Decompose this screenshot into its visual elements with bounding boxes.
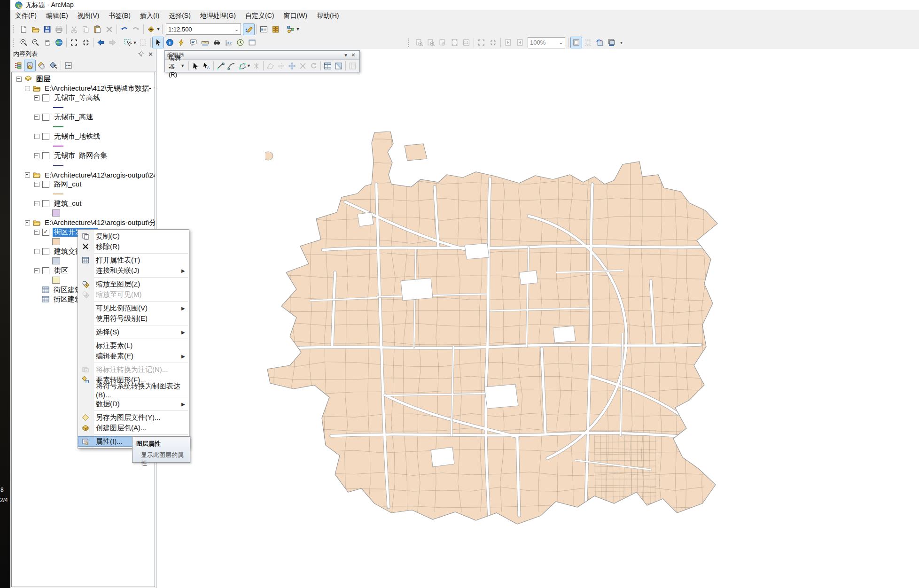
- delete-icon[interactable]: [103, 23, 115, 35]
- cut-icon[interactable]: [68, 23, 80, 35]
- hyperlink-icon[interactable]: [176, 37, 187, 48]
- fixed-zoom-out-icon[interactable]: [80, 37, 92, 48]
- tree-node-layer[interactable]: 无锡市_路网合集: [12, 151, 155, 160]
- tree-node-layer[interactable]: 无锡市_地铁线: [12, 132, 155, 141]
- layout-full-page-icon[interactable]: [449, 37, 460, 48]
- menu-selection[interactable]: 选择(S): [164, 10, 195, 22]
- ctx-convert-labels-to-annotation[interactable]: A 将标注转换为注记(N)...: [78, 364, 189, 375]
- identify-icon[interactable]: [164, 37, 176, 48]
- collapse-icon[interactable]: [25, 172, 30, 178]
- title-bar[interactable]: 无标题 - ArcMap: [10, 0, 919, 10]
- collapse-icon[interactable]: [34, 268, 39, 273]
- menu-customize[interactable]: 自定义(C): [241, 10, 279, 22]
- ctx-save-as-layer-file[interactable]: 另存为图层文件(Y)...: [78, 412, 189, 423]
- refresh-view-icon[interactable]: [594, 37, 606, 48]
- tree-node-group[interactable]: E:\Architecture\412\无锡城市数据- 一点儿打: [12, 84, 155, 93]
- time-slider-icon[interactable]: [234, 37, 246, 48]
- layer-checkbox[interactable]: [42, 200, 49, 207]
- rotate-tool-icon[interactable]: [308, 61, 319, 71]
- clear-selection-icon[interactable]: [137, 37, 149, 48]
- layer-checkbox[interactable]: [42, 114, 49, 121]
- add-data-icon[interactable]: [145, 23, 157, 35]
- tree-node-layer[interactable]: 无锡市_高速: [12, 112, 155, 122]
- sketch-tool-icon[interactable]: [237, 61, 248, 71]
- edit-annotation-tool-icon[interactable]: A: [201, 61, 212, 71]
- fill-symbol[interactable]: [52, 238, 60, 245]
- layout-zoom-combo[interactable]: 100% ⌄: [528, 37, 565, 48]
- menu-help[interactable]: 帮助(H): [312, 10, 343, 22]
- editor-close-icon[interactable]: ✕: [350, 52, 357, 58]
- line-symbol[interactable]: [53, 165, 63, 166]
- layout-forward-icon[interactable]: [514, 37, 526, 48]
- tree-node-layer[interactable]: 建筑_cut: [12, 199, 155, 208]
- save-icon[interactable]: [41, 23, 53, 35]
- measure-icon[interactable]: [199, 37, 211, 48]
- back-extent-icon[interactable]: [95, 37, 107, 48]
- toolbar-grip[interactable]: [13, 25, 16, 33]
- ctx-create-layer-package[interactable]: 创建图层包(A)...: [78, 423, 189, 433]
- toc-options-icon[interactable]: [62, 60, 74, 71]
- layer-checkbox[interactable]: [42, 267, 49, 274]
- ctx-zoom-to-layer[interactable]: 缩放至图层(Z): [78, 279, 189, 289]
- ctx-open-attribute-table[interactable]: 打开属性表(T): [78, 255, 189, 265]
- pause-drawing-icon[interactable]: [606, 37, 617, 48]
- layout-toolbar-grip[interactable]: [408, 39, 412, 47]
- line-symbol[interactable]: [53, 193, 63, 194]
- line-symbol[interactable]: [53, 107, 63, 108]
- viewer-window-icon[interactable]: [246, 37, 258, 48]
- scale-combo[interactable]: 1:12,500 ⌄: [166, 23, 241, 35]
- ctx-use-symbol-levels[interactable]: 使用符号级别(E): [78, 313, 189, 324]
- collapse-icon[interactable]: [34, 153, 39, 158]
- layer-checkbox[interactable]: [42, 152, 49, 159]
- split-tool-icon[interactable]: [276, 61, 287, 71]
- fill-symbol[interactable]: [52, 277, 60, 284]
- catalog-icon[interactable]: [270, 23, 281, 35]
- ctx-label-features[interactable]: 标注要素(L): [78, 340, 189, 351]
- move-tool-icon[interactable]: [287, 61, 297, 71]
- line-symbol[interactable]: [53, 126, 63, 127]
- toc-close-icon[interactable]: ✕: [148, 51, 153, 58]
- find-icon[interactable]: [211, 37, 223, 48]
- collapse-icon[interactable]: [34, 134, 39, 139]
- tree-node-layers-root[interactable]: 图层: [12, 74, 155, 84]
- layer-checkbox[interactable]: [42, 133, 49, 140]
- layout-zoom-combo-arrow[interactable]: ⌄: [554, 40, 563, 45]
- model-builder-dropdown[interactable]: ▼: [296, 27, 300, 31]
- layout-pan-icon[interactable]: [437, 37, 449, 48]
- copy-icon[interactable]: [80, 23, 92, 35]
- tree-node-group[interactable]: E:\Architecture\412\arcgis-output\分析图\: [12, 218, 155, 227]
- editor-title-bar[interactable]: 编辑器 ▾ ✕: [165, 51, 359, 60]
- menu-window[interactable]: 窗口(W): [279, 10, 312, 22]
- group-label[interactable]: E:\Architecture\412\arcgis-output\分析图\: [43, 218, 155, 227]
- collapse-icon[interactable]: [34, 182, 39, 187]
- ctx-edit-features[interactable]: 编辑要素(E)▶: [78, 351, 189, 361]
- collapse-icon[interactable]: [34, 115, 39, 120]
- layer-checkbox[interactable]: ✓: [42, 229, 49, 236]
- list-by-source-icon[interactable]: [24, 60, 36, 71]
- layer-checkbox[interactable]: [42, 181, 49, 188]
- layout-back-icon[interactable]: [502, 37, 514, 48]
- fill-symbol[interactable]: [52, 209, 60, 217]
- layer-checkbox[interactable]: [42, 248, 49, 255]
- root-label[interactable]: 图层: [35, 75, 52, 84]
- layer-label[interactable]: 无锡市_等高线: [53, 93, 101, 102]
- collapse-icon[interactable]: [34, 230, 39, 235]
- pin-icon[interactable]: [138, 51, 144, 57]
- editor-menu-button[interactable]: 编辑器(R)▼: [166, 61, 187, 71]
- editor-dropdown-icon[interactable]: ▾: [342, 52, 350, 58]
- layer-checkbox[interactable]: [42, 94, 49, 101]
- straight-segment-tool-icon[interactable]: [215, 61, 226, 71]
- html-popup-icon[interactable]: [187, 37, 199, 48]
- paste-icon[interactable]: [92, 23, 103, 35]
- select-elements-icon[interactable]: [152, 37, 164, 48]
- collapse-icon[interactable]: [25, 220, 30, 225]
- layer-label[interactable]: 街区: [53, 266, 70, 275]
- go-to-xy-icon[interactable]: XY: [223, 37, 234, 48]
- redo-icon[interactable]: [130, 23, 142, 35]
- layer-label[interactable]: 建筑_cut: [53, 199, 83, 208]
- menu-insert[interactable]: 插入(I): [135, 10, 164, 22]
- map-canvas[interactable]: [265, 132, 731, 545]
- forward-extent-icon[interactable]: [107, 37, 118, 48]
- group-label[interactable]: E:\Architecture\412\无锡城市数据- 一点儿打: [43, 84, 155, 93]
- ctx-remove[interactable]: 移除(R): [78, 241, 189, 252]
